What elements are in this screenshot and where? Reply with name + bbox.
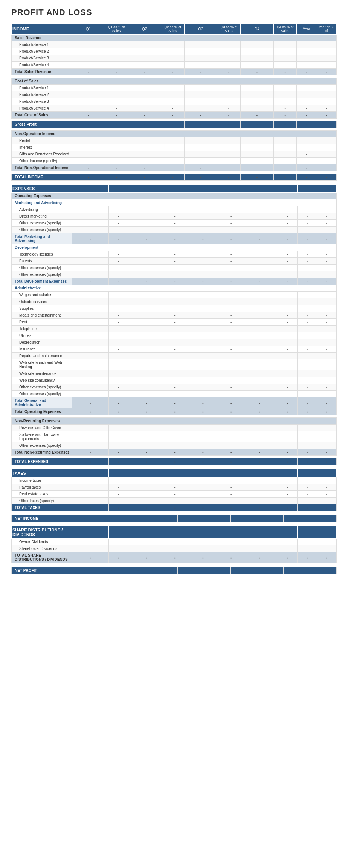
distributions-section-header: SHARE DISTRIBUTIONS / DIVIDENDS [12,526,72,539]
distributions-table: SHARE DISTRIBUTIONS / DIVIDENDS Owner Di… [11,526,337,563]
marketing-sub-header: Marketing and Advertising [12,199,337,206]
sales-revenue-header: Sales Revenue [12,35,337,41]
taxes-section-header: TAXES [12,469,72,477]
tax-payroll-row: Payroll taxes - - - - - - [12,484,337,491]
col-q2: Q2 [128,24,161,35]
nonrec-software-row: Software and Hardware Equipments - - - -… [12,431,337,442]
income-table: INCOME Q1 Q1 as % of Sales Q2 Q2 as % of… [11,23,337,181]
net-income-table: NET INCOME - - - - - - - - - - [11,515,337,522]
non-op-other-row: Other Income (specify) - [12,158,337,164]
total-admin-row: Total General and Administrative - - - -… [12,397,337,408]
non-op-interest-row: Interest [12,144,337,151]
col-year: Year [297,24,316,35]
total-nonrecurring-row: Total Non-Recurring Expenses - - - - - -… [12,449,337,456]
total-sales-revenue-row: Total Sales Revenue - - - - - - - - - - [12,69,337,75]
col-q3-pct: Q3 as % of Sales [217,24,241,35]
nonrec-rewards-row: Rewards and Gifts Given - - - - - - [12,425,337,431]
non-op-gifts-row: Gifts and Donations Received - [12,151,337,158]
dev-other2-row: Other expenses (specify) - - - - - - [12,271,337,278]
operating-expenses-header: Operating Expenses [12,193,337,199]
col-q1: Q1 [72,24,105,35]
gross-profit-row: Gross Profit - - - - - - - - - - [12,121,337,128]
cos-product-3-row: Product/Service 3 - - - - - - [12,98,337,105]
net-income-row: NET INCOME - - - - - - - - - - [12,515,337,522]
dist-shareholder-row: Shareholder Dividends - - [12,545,337,552]
total-development-row: Total Development Expenses - - - - - - -… [12,278,337,285]
sales-product-1-row: Product/Service 1 [12,41,337,48]
dev-patents-row: Patents - - - - - - [12,258,337,265]
non-op-income-header: Non-Operation Income [12,131,337,137]
total-taxes-row: TOTAL TAXES - - - - - - - - - - [12,504,337,511]
admin-repairs-row: Repairs and maintenance - - - - - - [12,353,337,359]
admin-rent-row: Rent - - - - - - [12,319,337,326]
marketing-advertising-row: Advertising - - - [12,206,337,213]
dev-tech-row: Technology licenses - - - - - - [12,251,337,258]
col-q4: Q4 [241,24,274,35]
sales-product-2-row: Product/Service 2 [12,48,337,55]
admin-wages-row: Wages and salaries - - - - - - [12,292,337,298]
net-profit-table: NET PROFIT - - - - - - - - - - [11,567,337,574]
dev-other1-row: Other expenses (specify) - - - - - - [12,265,337,271]
marketing-direct-row: Direct marketing - - - - - - [12,213,337,220]
admin-other1-row: Other expenses (specify) - - - - - - [12,384,337,391]
total-expenses-row: TOTAL EXPENSES - - - - - - - - - - [12,458,337,465]
admin-website-launch-row: Web site launch and Web Hosting - - - - … [12,359,337,370]
admin-utilities-row: Utilities - - - - - - [12,332,337,339]
cos-product-4-row: Product/Service 4 - - - - - - [12,105,337,112]
admin-meals-row: Meals and entertainment - - - - - - [12,312,337,319]
page-title: PROFIT AND LOSS [11,8,337,17]
cos-product-1-row: Product/Service 1 - - - [12,85,337,91]
admin-insurance-row: Insurance - - - - - - [12,346,337,353]
nonrec-other-row: Other expenses (specify) - - - - - - [12,442,337,449]
development-sub-header: Development [12,244,337,251]
tax-other-row: Other taxes (specify) - - - - - - [12,498,337,504]
sales-product-4-row: Product/Service 4 [12,62,337,69]
cost-of-sales-header: Cost of Sales [12,78,337,85]
admin-website-maint-row: Web site maintenance - - - - - - [12,370,337,377]
taxes-table: TAXES Income taxes - - - [11,469,337,511]
income-section-header: INCOME [12,24,72,35]
col-q3: Q3 [184,24,217,35]
tax-realestate-row: Real estate taxes - - - - - - [12,491,337,498]
marketing-other1-row: Other expenses (specify) - - - - - - [12,220,337,227]
tax-income-row: Income taxes - - - - - - [12,477,337,484]
col-q4-pct: Q4 as % of Sales [273,24,297,35]
marketing-other2-row: Other expenses (specify) - - - - - - [12,227,337,233]
total-marketing-row: Total Marketing and Advertising - - - - … [12,233,337,244]
admin-depreciation-row: Depreciation - - - - - - [12,339,337,346]
admin-outside-row: Outside services - - - - - - [12,298,337,305]
col-q1-pct: Q1 as % of Sales [105,24,128,35]
total-cos-row: Total Cost of Sales - - - - - - - - - - [12,112,337,119]
total-operating-expenses-row: Total Operating Expenses - - - - - - - -… [12,408,337,415]
net-profit-row: NET PROFIT - - - - - - - - - - [12,567,337,574]
expenses-section-header: EXPENSES [12,185,72,193]
non-op-rental-row: Rental [12,137,337,144]
total-distributions-row: TOTAL SHARE DISTRIBUTIONS / DIVIDENDS - … [12,552,337,563]
admin-other2-row: Other expenses (specify) - - - - - - [12,391,337,397]
administrative-sub-header: Administrative [12,285,337,292]
admin-telephone-row: Telephone - - - - - - [12,326,337,332]
col-year-pct: Year as % of [316,24,337,35]
non-recurring-header: Non-Recurring Expenses [12,418,337,425]
page: PROFIT AND LOSS INCOME Q1 Q1 as % of Sal… [0,0,348,585]
col-q2-pct: Q2 as % of Sales [161,24,185,35]
admin-website-consult-row: Web site consultancy - - - - - - [12,377,337,384]
total-income-row: TOTAL INCOME - - - - - - - - - - [12,174,337,181]
admin-supplies-row: Supplies - - - - - - [12,305,337,312]
dist-owner-row: Owner Dividends - - [12,539,337,545]
total-non-op-row: Total Non-Operational Income - - - - - [12,164,337,171]
expenses-table: EXPENSES Operating Expenses Marketing an… [11,184,337,465]
cos-product-2-row: Product/Service 2 - - - - - - [12,91,337,98]
sales-product-3-row: Product/Service 3 [12,55,337,62]
